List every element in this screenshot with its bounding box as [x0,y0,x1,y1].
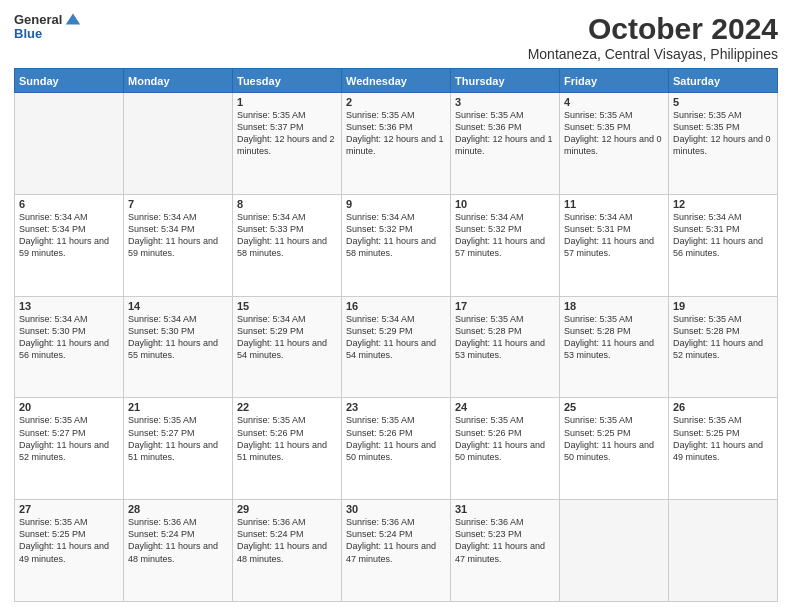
day-number: 28 [128,503,228,515]
day-number: 17 [455,300,555,312]
calendar-cell: 22Sunrise: 5:35 AMSunset: 5:26 PMDayligh… [233,398,342,500]
calendar-cell: 25Sunrise: 5:35 AMSunset: 5:25 PMDayligh… [560,398,669,500]
calendar-cell: 16Sunrise: 5:34 AMSunset: 5:29 PMDayligh… [342,296,451,398]
day-number: 6 [19,198,119,210]
calendar-cell: 9Sunrise: 5:34 AMSunset: 5:32 PMDaylight… [342,194,451,296]
day-number: 24 [455,401,555,413]
day-info: Sunrise: 5:34 AMSunset: 5:34 PMDaylight:… [19,211,119,260]
header: General Blue October 2024 Montaneza, Cen… [14,12,778,62]
day-number: 30 [346,503,446,515]
calendar-cell: 3Sunrise: 5:35 AMSunset: 5:36 PMDaylight… [451,93,560,195]
calendar-cell [669,500,778,602]
weekday-header-monday: Monday [124,69,233,93]
calendar-cell: 19Sunrise: 5:35 AMSunset: 5:28 PMDayligh… [669,296,778,398]
logo-blue: Blue [14,26,82,42]
calendar-cell: 28Sunrise: 5:36 AMSunset: 5:24 PMDayligh… [124,500,233,602]
day-info: Sunrise: 5:34 AMSunset: 5:33 PMDaylight:… [237,211,337,260]
calendar-cell: 21Sunrise: 5:35 AMSunset: 5:27 PMDayligh… [124,398,233,500]
day-number: 5 [673,96,773,108]
weekday-header-sunday: Sunday [15,69,124,93]
page: General Blue October 2024 Montaneza, Cen… [0,0,792,612]
day-info: Sunrise: 5:35 AMSunset: 5:35 PMDaylight:… [673,109,773,158]
title-block: October 2024 Montaneza, Central Visayas,… [528,12,778,62]
day-info: Sunrise: 5:35 AMSunset: 5:27 PMDaylight:… [19,414,119,463]
calendar-cell: 5Sunrise: 5:35 AMSunset: 5:35 PMDaylight… [669,93,778,195]
calendar-cell: 17Sunrise: 5:35 AMSunset: 5:28 PMDayligh… [451,296,560,398]
day-info: Sunrise: 5:35 AMSunset: 5:28 PMDaylight:… [455,313,555,362]
weekday-header-saturday: Saturday [669,69,778,93]
weekday-header-row: SundayMondayTuesdayWednesdayThursdayFrid… [15,69,778,93]
day-info: Sunrise: 5:34 AMSunset: 5:30 PMDaylight:… [19,313,119,362]
calendar-subtitle: Montaneza, Central Visayas, Philippines [528,46,778,62]
calendar-cell: 2Sunrise: 5:35 AMSunset: 5:36 PMDaylight… [342,93,451,195]
day-number: 14 [128,300,228,312]
calendar-cell: 14Sunrise: 5:34 AMSunset: 5:30 PMDayligh… [124,296,233,398]
day-info: Sunrise: 5:35 AMSunset: 5:28 PMDaylight:… [673,313,773,362]
logo: General Blue [14,12,82,42]
day-info: Sunrise: 5:34 AMSunset: 5:31 PMDaylight:… [564,211,664,260]
week-row-2: 6Sunrise: 5:34 AMSunset: 5:34 PMDaylight… [15,194,778,296]
day-info: Sunrise: 5:35 AMSunset: 5:26 PMDaylight:… [237,414,337,463]
calendar-cell: 7Sunrise: 5:34 AMSunset: 5:34 PMDaylight… [124,194,233,296]
calendar-cell: 31Sunrise: 5:36 AMSunset: 5:23 PMDayligh… [451,500,560,602]
calendar-cell: 1Sunrise: 5:35 AMSunset: 5:37 PMDaylight… [233,93,342,195]
weekday-header-wednesday: Wednesday [342,69,451,93]
day-info: Sunrise: 5:35 AMSunset: 5:26 PMDaylight:… [455,414,555,463]
day-number: 8 [237,198,337,210]
weekday-header-tuesday: Tuesday [233,69,342,93]
day-number: 7 [128,198,228,210]
day-info: Sunrise: 5:35 AMSunset: 5:35 PMDaylight:… [564,109,664,158]
day-info: Sunrise: 5:34 AMSunset: 5:31 PMDaylight:… [673,211,773,260]
day-number: 12 [673,198,773,210]
day-number: 4 [564,96,664,108]
weekday-header-thursday: Thursday [451,69,560,93]
day-info: Sunrise: 5:35 AMSunset: 5:36 PMDaylight:… [346,109,446,158]
day-number: 1 [237,96,337,108]
day-info: Sunrise: 5:36 AMSunset: 5:23 PMDaylight:… [455,516,555,565]
calendar-table: SundayMondayTuesdayWednesdayThursdayFrid… [14,68,778,602]
day-number: 18 [564,300,664,312]
day-info: Sunrise: 5:35 AMSunset: 5:37 PMDaylight:… [237,109,337,158]
day-number: 31 [455,503,555,515]
day-info: Sunrise: 5:34 AMSunset: 5:29 PMDaylight:… [237,313,337,362]
calendar-cell: 11Sunrise: 5:34 AMSunset: 5:31 PMDayligh… [560,194,669,296]
logo-icon [64,10,82,28]
calendar-cell: 13Sunrise: 5:34 AMSunset: 5:30 PMDayligh… [15,296,124,398]
week-row-1: 1Sunrise: 5:35 AMSunset: 5:37 PMDaylight… [15,93,778,195]
calendar-cell: 20Sunrise: 5:35 AMSunset: 5:27 PMDayligh… [15,398,124,500]
calendar-cell: 8Sunrise: 5:34 AMSunset: 5:33 PMDaylight… [233,194,342,296]
day-number: 9 [346,198,446,210]
day-info: Sunrise: 5:34 AMSunset: 5:32 PMDaylight:… [455,211,555,260]
calendar-cell: 30Sunrise: 5:36 AMSunset: 5:24 PMDayligh… [342,500,451,602]
day-number: 15 [237,300,337,312]
day-number: 19 [673,300,773,312]
day-info: Sunrise: 5:34 AMSunset: 5:34 PMDaylight:… [128,211,228,260]
day-info: Sunrise: 5:35 AMSunset: 5:25 PMDaylight:… [673,414,773,463]
day-info: Sunrise: 5:34 AMSunset: 5:32 PMDaylight:… [346,211,446,260]
calendar-cell: 26Sunrise: 5:35 AMSunset: 5:25 PMDayligh… [669,398,778,500]
calendar-cell: 18Sunrise: 5:35 AMSunset: 5:28 PMDayligh… [560,296,669,398]
day-number: 13 [19,300,119,312]
calendar-title: October 2024 [528,12,778,45]
day-number: 26 [673,401,773,413]
day-info: Sunrise: 5:35 AMSunset: 5:26 PMDaylight:… [346,414,446,463]
day-number: 21 [128,401,228,413]
calendar-cell: 6Sunrise: 5:34 AMSunset: 5:34 PMDaylight… [15,194,124,296]
day-number: 10 [455,198,555,210]
day-info: Sunrise: 5:36 AMSunset: 5:24 PMDaylight:… [128,516,228,565]
calendar-cell [560,500,669,602]
week-row-4: 20Sunrise: 5:35 AMSunset: 5:27 PMDayligh… [15,398,778,500]
day-number: 11 [564,198,664,210]
day-info: Sunrise: 5:34 AMSunset: 5:29 PMDaylight:… [346,313,446,362]
day-info: Sunrise: 5:34 AMSunset: 5:30 PMDaylight:… [128,313,228,362]
day-number: 22 [237,401,337,413]
day-number: 20 [19,401,119,413]
calendar-cell: 12Sunrise: 5:34 AMSunset: 5:31 PMDayligh… [669,194,778,296]
calendar-cell: 24Sunrise: 5:35 AMSunset: 5:26 PMDayligh… [451,398,560,500]
calendar-cell: 10Sunrise: 5:34 AMSunset: 5:32 PMDayligh… [451,194,560,296]
day-number: 25 [564,401,664,413]
day-number: 29 [237,503,337,515]
week-row-3: 13Sunrise: 5:34 AMSunset: 5:30 PMDayligh… [15,296,778,398]
day-number: 2 [346,96,446,108]
week-row-5: 27Sunrise: 5:35 AMSunset: 5:25 PMDayligh… [15,500,778,602]
